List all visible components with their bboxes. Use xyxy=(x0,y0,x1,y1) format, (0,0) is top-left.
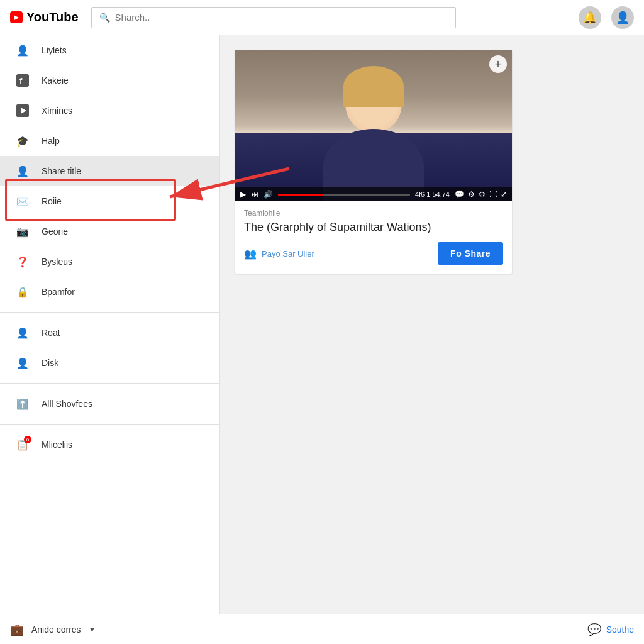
person2-icon: 👤 xyxy=(15,325,30,340)
settings-icon[interactable]: ⚙ xyxy=(468,190,475,199)
video-title: The (Grarphly of Supamiltar Wations) xyxy=(244,220,503,235)
main-layout: 👤 Liylets f Kakeie Ximincs 🎓 Halp 👤 Shar… xyxy=(0,35,644,644)
briefcase-icon: 💼 xyxy=(10,623,24,636)
sidebar-label-georie: Georie xyxy=(42,226,68,236)
bottom-right: 💬 Southe xyxy=(587,623,634,636)
progress-fill xyxy=(278,194,324,196)
question-icon: ❓ xyxy=(15,254,30,269)
sidebar-label-kakeie: Kakeie xyxy=(42,75,69,86)
user-avatar[interactable]: 👤 xyxy=(611,6,634,29)
sidebar-label-liylets: Liylets xyxy=(42,45,67,55)
subtitle-icon[interactable]: 💬 xyxy=(455,190,464,199)
add-button[interactable]: + xyxy=(489,55,507,73)
bottom-bar: 💼 Anide corres ▼ 💬 Southe xyxy=(0,614,644,644)
dropdown-arrow-icon[interactable]: ▼ xyxy=(89,625,96,634)
person3-icon: 👤 xyxy=(15,355,30,370)
header: ▶ YouTube 🔍 🔔 👤 xyxy=(0,0,644,35)
uploader-info: 👥 Payo Sar Uiler xyxy=(244,248,314,260)
share-person-icon: 👤 xyxy=(15,164,30,179)
progress-bar[interactable] xyxy=(278,194,410,196)
sidebar: 👤 Liylets f Kakeie Ximincs 🎓 Halp 👤 Shar… xyxy=(0,35,220,644)
play-control-icon[interactable]: ▶ xyxy=(240,190,246,199)
uploader-icon: 👥 xyxy=(244,248,257,260)
sidebar-item-roiie[interactable]: ✉️ Roiie xyxy=(0,186,219,216)
facebook-icon: f xyxy=(15,73,30,88)
volume-icon[interactable]: 🔊 xyxy=(264,190,273,199)
search-input[interactable] xyxy=(115,12,448,23)
sidebar-item-mliceliis[interactable]: 📋 0 Mliceliis xyxy=(0,430,219,460)
divider-1 xyxy=(0,312,219,313)
uploader-name: Payo Sar Uiler xyxy=(262,249,314,258)
thumbnail-bg xyxy=(235,50,512,201)
search-icon: 🔍 xyxy=(99,13,110,23)
svg-text:f: f xyxy=(19,76,23,86)
video-info: Teamiohile The (Grarphly of Supamiltar W… xyxy=(235,201,512,274)
sidebar-label-alll-shovfees: Alll Shovfees xyxy=(42,399,92,409)
fullscreen-icon[interactable]: ⛶ xyxy=(489,190,497,199)
person-icon: 👤 xyxy=(15,43,30,58)
sidebar-label-roiie: Roiie xyxy=(42,196,62,206)
hat-icon: 🎓 xyxy=(15,133,30,148)
notepad-icon: 📋 0 xyxy=(15,437,30,452)
sidebar-item-bysleus[interactable]: ❓ Bysleus xyxy=(0,247,219,277)
notification-icon[interactable]: 🔔 xyxy=(579,6,601,29)
sidebar-item-share-title[interactable]: 👤 Share title xyxy=(0,156,219,186)
sidebar-item-ximincs[interactable]: Ximincs xyxy=(0,96,219,126)
camera-icon: 📷 xyxy=(15,224,30,239)
play-icon xyxy=(15,103,30,118)
sidebar-label-roat: Roat xyxy=(42,328,60,338)
sidebar-label-bysleus: Bysleus xyxy=(42,257,72,267)
search-bar: 🔍 xyxy=(91,7,456,28)
sidebar-label-halp: Halp xyxy=(42,136,60,146)
sidebar-label-disk: Disk xyxy=(42,358,58,368)
video-thumbnail: + ▶ ⏭ 🔊 4f6 1 54.74 💬 ⚙ ⚙ ⛶ ⤢ xyxy=(235,50,512,201)
sidebar-item-georie[interactable]: 📷 Georie xyxy=(0,216,219,247)
upload-icon: ⬆️ xyxy=(15,396,30,411)
logo-text: YouTube xyxy=(26,10,79,25)
sidebar-item-bpamfor[interactable]: 🔒 Bpamfor xyxy=(0,277,219,307)
sidebar-label-share-title: Share title xyxy=(42,166,81,176)
video-controls: ▶ ⏭ 🔊 4f6 1 54.74 💬 ⚙ ⚙ ⛶ ⤢ xyxy=(235,187,512,201)
bottom-label: Anide corres xyxy=(31,625,81,635)
channel-name: Teamiohile xyxy=(244,209,503,218)
notification-badge: 0 xyxy=(24,436,31,443)
header-icons: 🔔 👤 xyxy=(579,6,634,29)
video-footer: 👥 Payo Sar Uiler Fo Share xyxy=(244,242,503,265)
svg-rect-0 xyxy=(16,74,29,87)
expand-icon[interactable]: ⤢ xyxy=(501,190,507,199)
bottom-right-label: Southe xyxy=(606,625,634,635)
sidebar-item-kakeie[interactable]: f Kakeie xyxy=(0,65,219,96)
sidebar-item-roat[interactable]: 👤 Roat xyxy=(0,318,219,348)
sidebar-item-liylets[interactable]: 👤 Liylets xyxy=(0,35,219,65)
lock-icon: 🔒 xyxy=(15,284,30,299)
settings2-icon[interactable]: ⚙ xyxy=(479,190,486,199)
youtube-logo[interactable]: ▶ YouTube xyxy=(10,10,79,25)
next-icon[interactable]: ⏭ xyxy=(251,190,258,199)
share-button[interactable]: Fo Share xyxy=(438,242,503,265)
bottom-left: 💼 Anide corres ▼ xyxy=(10,623,96,636)
sidebar-label-mliceliis: Mliceliis xyxy=(42,440,72,450)
mail-icon: ✉️ xyxy=(15,194,30,209)
logo-icon: ▶ xyxy=(10,11,23,23)
main-content: + ▶ ⏭ 🔊 4f6 1 54.74 💬 ⚙ ⚙ ⛶ ⤢ xyxy=(220,35,644,644)
sidebar-label-ximincs: Ximincs xyxy=(42,106,72,116)
right-controls: 💬 ⚙ ⚙ ⛶ ⤢ xyxy=(455,190,507,199)
divider-2 xyxy=(0,383,219,384)
divider-3 xyxy=(0,424,219,425)
sidebar-item-disk[interactable]: 👤 Disk xyxy=(0,348,219,378)
sidebar-label-bpamfor: Bpamfor xyxy=(42,287,75,297)
sidebar-item-alll-shovfees[interactable]: ⬆️ Alll Shovfees xyxy=(0,389,219,419)
chat-icon[interactable]: 💬 xyxy=(587,623,601,636)
video-card: + ▶ ⏭ 🔊 4f6 1 54.74 💬 ⚙ ⚙ ⛶ ⤢ xyxy=(235,50,512,274)
time-display: 4f6 1 54.74 xyxy=(415,191,450,198)
sidebar-item-halp[interactable]: 🎓 Halp xyxy=(0,126,219,156)
